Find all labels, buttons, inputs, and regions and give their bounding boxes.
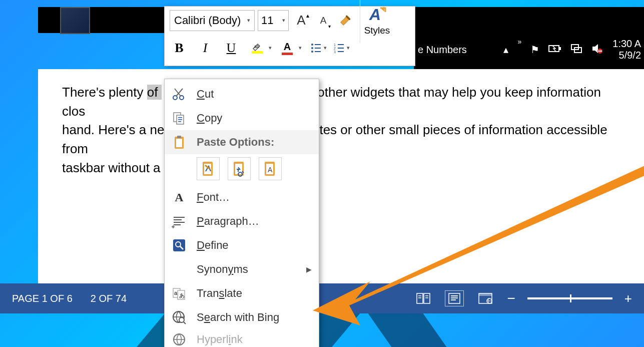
svg-text:1: 1 (334, 43, 336, 47)
context-paragraph[interactable]: Paragraph…Paragraph… (165, 209, 319, 233)
svg-rect-9 (315, 44, 321, 45)
svg-rect-58 (451, 297, 458, 298)
chevrons-icon[interactable]: » (517, 38, 521, 46)
svg-rect-24 (178, 117, 182, 118)
svg-text:あ: あ (179, 292, 185, 298)
svg-text:2: 2 (334, 47, 336, 50)
svg-text:3: 3 (334, 50, 336, 54)
globe-link-icon (172, 332, 187, 347)
italic-button[interactable]: I (196, 38, 215, 59)
svg-point-8 (311, 44, 313, 46)
svg-rect-40 (174, 224, 181, 225)
svg-rect-52 (418, 295, 421, 296)
svg-rect-1 (559, 47, 561, 50)
svg-rect-37 (174, 217, 185, 218)
svg-rect-17 (338, 48, 344, 49)
context-paste-header: Paste Options: (165, 130, 319, 154)
styles-button[interactable]: A Styles (360, 0, 390, 43)
status-bar: PAGE 1 OF 6 2 OF 74 − + (0, 283, 644, 313)
bold-button[interactable]: B (170, 38, 189, 59)
web-layout-button[interactable] (476, 290, 495, 306)
svg-point-10 (311, 47, 313, 49)
svg-rect-15 (338, 44, 344, 45)
svg-rect-50 (417, 293, 423, 303)
svg-rect-28 (176, 139, 182, 147)
paste-keep-formatting[interactable] (197, 157, 220, 180)
globe-search-icon (172, 310, 187, 325)
bullets-button[interactable]: ▾ (311, 43, 327, 54)
svg-point-48 (179, 317, 184, 322)
svg-rect-55 (425, 297, 428, 298)
clock-time: 1:30 A (612, 38, 641, 50)
svg-text:A: A (369, 6, 381, 24)
svg-text:a: a (174, 290, 178, 296)
mini-toolbar: Calibri (Body)▾ 11▾ A▴ A▾ A Styles B I U… (164, 6, 415, 66)
paste-text-only[interactable]: A (259, 157, 282, 180)
scissors-icon (172, 87, 187, 102)
svg-rect-5 (598, 51, 602, 52)
paste-options-row: A (165, 154, 319, 185)
context-search-bing[interactable]: Search with BingSearch with Bing (165, 305, 319, 329)
svg-rect-11 (315, 48, 321, 49)
document-text: There's plenty of d other widgets that m… (38, 69, 644, 191)
copy-icon (172, 111, 187, 126)
context-font[interactable]: A Font…Font… (165, 185, 319, 209)
context-copy[interactable]: CopyCopy (165, 106, 319, 130)
font-size-select[interactable]: 11▾ (258, 10, 289, 31)
font-a-icon: A (172, 190, 187, 205)
zoom-in-button[interactable]: + (624, 291, 632, 306)
arrow-up-icon[interactable]: ▴ (503, 44, 508, 56)
numbers-label: e Numbers (418, 44, 467, 56)
numbering-button[interactable]: 123 ▾ (334, 43, 350, 54)
svg-rect-53 (418, 297, 421, 298)
svg-rect-29 (177, 136, 181, 138)
svg-rect-13 (315, 51, 321, 52)
underline-button[interactable]: U (222, 38, 241, 59)
svg-rect-41 (173, 239, 185, 251)
paragraph-icon (172, 214, 187, 229)
read-mode-button[interactable] (414, 290, 433, 306)
context-synonyms[interactable]: SynonymsSynonyms ▶ (165, 257, 319, 281)
svg-rect-38 (174, 219, 182, 220)
svg-point-12 (311, 51, 313, 53)
desktop-background (0, 313, 644, 347)
network-icon[interactable] (570, 44, 582, 56)
taskbar-fragment: e Numbers ▴ » ⚑ 1:30 A 5/9/2 (414, 30, 644, 69)
battery-icon[interactable] (548, 44, 561, 56)
svg-rect-61 (479, 293, 492, 296)
paste-merge-formatting[interactable] (228, 157, 251, 180)
document-page[interactable]: There's plenty of d other widgets that m… (38, 69, 644, 283)
context-cut[interactable]: CuCutt (165, 82, 319, 106)
svg-rect-54 (425, 295, 428, 296)
word-count[interactable]: 2 OF 74 (91, 293, 127, 304)
translate-icon: aあ (172, 286, 187, 301)
context-menu: CuCutt CopyCopy Paste Options: A A Font…… (164, 79, 319, 347)
svg-rect-19 (338, 51, 344, 52)
volume-muted-icon[interactable] (591, 43, 603, 57)
highlight-button[interactable]: ab ▾ (248, 38, 267, 59)
clock-date: 5/9/2 (612, 50, 641, 61)
svg-rect-59 (451, 299, 456, 300)
font-color-button[interactable]: A ▾ (278, 38, 297, 59)
shrink-font-button[interactable]: A▾ (314, 10, 333, 31)
zoom-out-button[interactable]: − (507, 290, 515, 306)
svg-rect-25 (178, 119, 182, 120)
svg-text:ab: ab (254, 44, 259, 49)
page-indicator[interactable]: PAGE 1 OF 6 (12, 293, 73, 304)
svg-rect-57 (451, 295, 458, 296)
define-icon (172, 238, 187, 253)
zoom-slider[interactable] (527, 297, 612, 299)
context-define[interactable]: DefineDefine (165, 233, 319, 257)
svg-rect-51 (424, 293, 430, 303)
context-translate[interactable]: aあ TranslateTranslate (165, 281, 319, 305)
print-layout-button[interactable] (445, 290, 464, 306)
svg-rect-39 (174, 222, 185, 223)
svg-rect-26 (178, 121, 181, 122)
grow-font-button[interactable]: A▴ (292, 10, 311, 31)
context-hyperlink[interactable]: HyperlinkHyperlink (165, 329, 319, 347)
svg-text:A: A (268, 166, 273, 174)
format-painter-button[interactable] (336, 10, 355, 31)
font-name-select[interactable]: Calibri (Body)▾ (170, 10, 255, 31)
clipboard-icon (172, 135, 187, 150)
flag-icon[interactable]: ⚑ (530, 44, 539, 56)
